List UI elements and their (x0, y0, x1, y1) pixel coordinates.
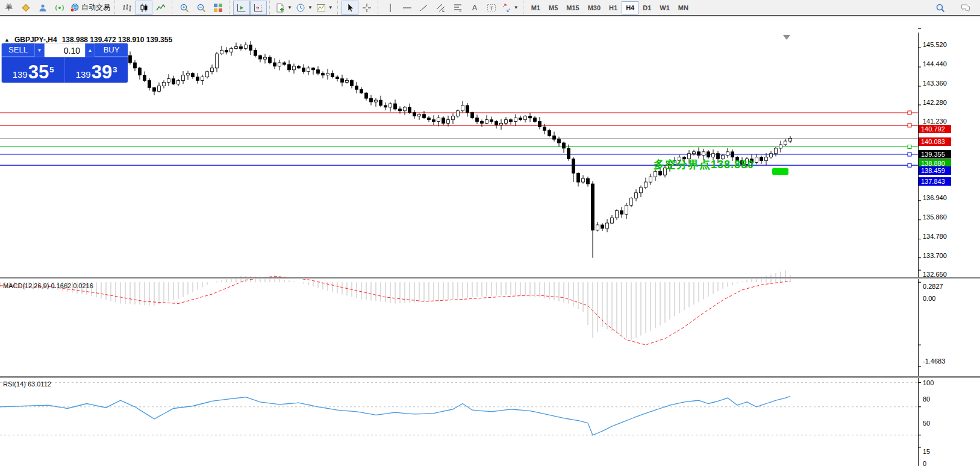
tf-mn[interactable]: MN (674, 1, 693, 14)
candles-layer (47, 41, 792, 258)
sell-price[interactable]: 139 35 5 (2, 57, 65, 83)
vertical-line-button[interactable] (382, 1, 399, 15)
clock-icon (296, 3, 305, 13)
rsi-pane-separator[interactable] (0, 376, 980, 378)
hline-handle-137.843[interactable] (908, 163, 911, 167)
tf-h4-label: H4 (626, 4, 634, 11)
horizontal-lines-layer (0, 111, 918, 167)
template-icon (316, 3, 326, 13)
price-label-137.843: 137.843 (919, 177, 951, 186)
rsi-tick-100: 100 (923, 379, 934, 386)
volume-increase-button[interactable]: ▲ (85, 43, 95, 57)
macd-indicator-label: MACD(12,26,9) 0.1662 0.0216 (3, 282, 93, 289)
sell-button[interactable]: SELL (2, 43, 34, 57)
svg-text:T: T (490, 5, 493, 11)
chat-button[interactable] (957, 1, 974, 15)
cursor-icon (345, 3, 355, 13)
autotrading-button-label: 自动交易 (81, 2, 110, 13)
vline-icon (385, 3, 395, 13)
annotation-highlight-marker (772, 168, 788, 175)
tf-m1-label: M1 (531, 4, 540, 11)
svg-text:A: A (472, 4, 477, 12)
buy-price[interactable]: 139 39 3 (65, 57, 128, 83)
fibo-icon: F (453, 3, 463, 13)
chart-window[interactable]: ▲ GBPJPY-,H4 138.988 139.472 138.910 139… (0, 16, 980, 466)
chart-shift-button[interactable] (250, 1, 267, 15)
sell-price-sup: 5 (49, 65, 54, 74)
macd-tick-0.00: 0.00 (923, 295, 935, 302)
buy-button[interactable]: BUY (95, 43, 128, 57)
price-tick-144.440: 144.440 (923, 60, 947, 68)
macd-tick--1.4683: -1.4683 (923, 357, 945, 365)
metaeditor-button[interactable] (17, 1, 34, 15)
search-button[interactable] (932, 1, 949, 15)
equidistant-channel-button[interactable]: E (432, 1, 449, 15)
tf-m15[interactable]: M15 (562, 1, 583, 14)
tf-m5-label: M5 (549, 4, 558, 11)
auto-scroll-button[interactable] (233, 1, 250, 15)
candlestick-chart-button[interactable] (136, 1, 152, 15)
hline-handle-138.459[interactable] (908, 153, 911, 156)
price-tick-145.520: 145.520 (923, 41, 947, 48)
text-button[interactable]: A (466, 1, 483, 15)
hline-handle-140.083[interactable] (908, 124, 911, 127)
chart-canvas[interactable] (0, 16, 980, 466)
tf-m30-label: M30 (588, 4, 601, 11)
one-click-trading-panel: SELL ▼ 0.10 ▲ BUY 139 35 5 139 39 3 (2, 43, 128, 83)
rsi-tick-15: 15 (923, 448, 930, 455)
chevron-down-icon[interactable]: ▼ (308, 5, 313, 10)
tf-m30[interactable]: M30 (584, 1, 605, 14)
arrows-button[interactable]: ▼ (500, 1, 520, 15)
tf-h1[interactable]: H1 (605, 1, 622, 14)
hline-handle-140.792[interactable] (908, 111, 911, 115)
trade-panel-top-row: SELL ▼ 0.10 ▲ BUY (2, 43, 128, 57)
macd-pane-separator[interactable] (0, 277, 980, 279)
new-order-button[interactable]: 单 (1, 1, 17, 15)
bar-chart-button[interactable] (119, 1, 136, 15)
tf-m15-label: M15 (566, 4, 579, 11)
one-click-collapse-arrow[interactable]: ▲ (4, 37, 10, 43)
chevron-down-icon[interactable]: ▼ (328, 5, 333, 10)
tf-d1[interactable]: D1 (638, 1, 655, 14)
fibonacci-button[interactable]: F (449, 1, 466, 15)
text-label-button[interactable]: T (483, 1, 500, 15)
zoom-out-button[interactable] (193, 1, 210, 15)
tiles-icon (213, 3, 223, 13)
templates-button[interactable]: ▼ (314, 1, 335, 15)
cursor-button[interactable] (342, 1, 358, 15)
tf-m1[interactable]: M1 (527, 1, 545, 14)
zoomin-icon (179, 3, 189, 13)
volume-input[interactable]: 0.10 (45, 43, 85, 57)
line-chart-button[interactable] (152, 1, 169, 15)
toolbar-group-pointer (337, 1, 378, 15)
crosshair-button[interactable] (358, 1, 375, 15)
tile-windows-button[interactable] (210, 1, 226, 15)
tf-d1-label: D1 (643, 4, 651, 11)
signals-button[interactable] (51, 1, 68, 15)
tf-m5[interactable]: M5 (545, 1, 562, 14)
signal-icon (55, 3, 64, 13)
hline-handle-138.880[interactable] (908, 145, 911, 149)
price-tick-133.700: 133.700 (923, 252, 947, 259)
chevron-down-icon[interactable]: ▼ (514, 5, 519, 10)
toolbar-group-chart-type (114, 1, 172, 15)
bars-icon (122, 3, 132, 13)
volume-decrease-button[interactable]: ▼ (34, 43, 45, 57)
price-label-140.083: 140.083 (919, 137, 951, 146)
svg-text:F: F (460, 9, 462, 13)
tf-h4[interactable]: H4 (622, 1, 638, 14)
horizontal-line-button[interactable] (399, 1, 416, 15)
indicators-button[interactable]: ▼ (273, 1, 294, 15)
zoom-in-button[interactable] (176, 1, 193, 15)
chart-shift-marker[interactable] (783, 35, 790, 40)
chevron-down-icon[interactable]: ▼ (287, 5, 292, 10)
tf-w1[interactable]: W1 (655, 1, 674, 14)
trendline-button[interactable] (416, 1, 432, 15)
crosshair-icon (362, 3, 372, 13)
new-order-button-label: 单 (5, 2, 13, 13)
periods-button[interactable]: ▼ (294, 1, 314, 15)
sell-price-small: 139 (13, 69, 28, 80)
community-button[interactable] (34, 1, 51, 15)
autotrading-button[interactable]: 自动交易 (68, 1, 112, 15)
macd-pane (0, 270, 790, 345)
